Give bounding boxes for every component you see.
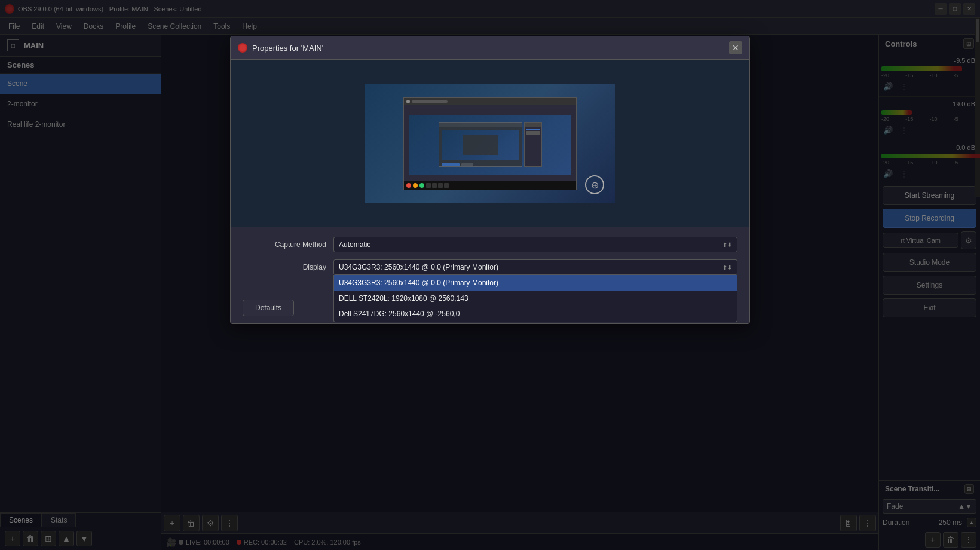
display-label: Display: [243, 259, 326, 271]
display-arrow-icon: ⬆⬇: [722, 264, 732, 271]
display-value: U34G3G3R3: 2560x1440 @ 0.0 (Primary Moni…: [339, 263, 498, 271]
display-select[interactable]: U34G3G3R3: 2560x1440 @ 0.0 (Primary Moni…: [333, 259, 737, 275]
properties-modal: Properties for 'MAIN' ✕: [230, 36, 750, 324]
modal-overlay: Properties for 'MAIN' ✕: [0, 0, 980, 550]
fake-obs-nested: [439, 122, 522, 167]
display-option-0[interactable]: U34G3G3R3: 2560x1440 @ 0.0 (Primary Moni…: [334, 275, 737, 291]
display-option-2[interactable]: Dell S2417DG: 2560x1440 @ -2560,0: [334, 306, 737, 322]
modal-title-area: Properties for 'MAIN': [238, 43, 323, 53]
display-dropdown: U34G3G3R3: 2560x1440 @ 0.0 (Primary Moni…: [333, 275, 737, 322]
modal-titlebar: Properties for 'MAIN' ✕: [231, 36, 749, 60]
modal-preview-area: ⊕: [231, 60, 749, 227]
display-row: Display U34G3G3R3: 2560x1440 @ 0.0 (Prim…: [243, 259, 737, 275]
modal-close-button[interactable]: ✕: [729, 41, 742, 54]
capture-method-value: Automatic: [339, 240, 370, 249]
display-option-1[interactable]: DELL ST2420L: 1920x1080 @ 2560,143: [334, 291, 737, 306]
capture-method-select[interactable]: Automatic ⬆⬇: [333, 237, 737, 252]
modal-body: Capture Method Automatic ⬆⬇ Display U34G…: [231, 227, 749, 292]
modal-obs-icon: [238, 43, 247, 53]
compass-icon: ⊕: [585, 175, 604, 194]
capture-method-row: Capture Method Automatic ⬆⬇: [243, 237, 737, 252]
preview-inner: ⊕: [365, 84, 615, 203]
fake-obs-inner: [409, 115, 571, 175]
capture-method-arrow-icon: ⬆⬇: [722, 242, 732, 248]
fake-taskbar: [404, 181, 576, 190]
modal-title-text: Properties for 'MAIN': [252, 44, 323, 53]
capture-method-label: Capture Method: [243, 240, 326, 249]
defaults-button[interactable]: Defaults: [243, 300, 294, 316]
fake-obs-preview: [403, 97, 577, 190]
